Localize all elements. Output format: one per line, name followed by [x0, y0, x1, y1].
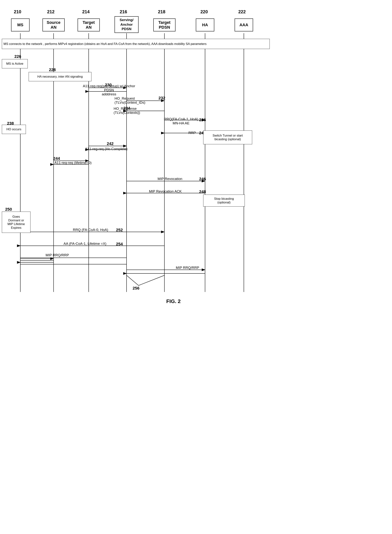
diagram: 210 212 214 216 218 220 222 MS Source AN… — [0, 0, 392, 534]
note-ho-occurs: HO occurs — [2, 125, 26, 134]
note-ha-necessary: HA necessary, inter AN signaling — [29, 72, 91, 81]
entity-number-ms: 210 — [14, 9, 21, 14]
step-226: 226 — [14, 54, 21, 59]
msg-rrq-fa-coa0: RRQ (FA-CoA-0, HoA) — [46, 228, 135, 232]
entity-number-target-an: 214 — [82, 9, 90, 14]
entity-number-target-pdsn: 218 — [158, 9, 165, 14]
entity-source-an: Source AN — [42, 19, 65, 31]
entity-number-aaa: 222 — [238, 9, 246, 14]
note-stop-bicasting: Stop bicasting (optional) — [203, 195, 245, 206]
entity-serving-pdsn: Serving/ Anchor PDSN — [115, 16, 139, 33]
figure-label: FIG. 2 — [166, 298, 181, 304]
note-goes-dormant: Goes Dormant or MIP Lifetime Expires — [2, 211, 30, 233]
msg-mip-rrqrrp-right: MIP RRQ/RRP — [155, 266, 220, 270]
note-ms-active: MS is Active — [2, 59, 28, 68]
entity-number-serving-pdsn: 216 — [120, 9, 127, 14]
msg-a11-reg-req-lifetime0: A11-reg-req (lifetime=0) — [44, 161, 102, 165]
svg-line-31 — [139, 275, 164, 286]
entity-number-source-an: 212 — [47, 9, 55, 14]
msg-rrq-fa-coa1: RRQ(FA-CoA-1, HoA)MN-HA AE — [155, 117, 207, 125]
step-228: 228 — [49, 67, 56, 72]
msg-mip-rrqrrp-left: MIP RRQ/RRP — [20, 253, 94, 257]
msg-ho-request: HO_Request(TLVs(Context_IDs) — [115, 96, 172, 105]
msg-ho-response: HO_Response(TLVs{Contexts}) — [114, 107, 169, 115]
note-switch-tunnel: Switch Tunnel or start bicasting (option… — [203, 131, 252, 144]
entity-target-an: Target AN — [78, 19, 100, 31]
entity-ms: MS — [11, 19, 30, 31]
entity-number-ha: 220 — [201, 9, 208, 14]
entity-aaa: AAA — [235, 19, 253, 31]
svg-line-30 — [126, 275, 139, 286]
msg-mip-revocation: MIP Revocation — [133, 177, 207, 181]
step-244: 244 — [53, 156, 60, 161]
entity-target-pdsn: Target PDSN — [153, 19, 176, 31]
msg-aa-fa-coa1: AA (FA-CoA-1, Lifetime =X) — [37, 242, 133, 246]
step-256: 256 — [133, 286, 140, 291]
step-242: 242 — [107, 141, 114, 146]
entity-ha: HA — [196, 19, 214, 31]
msg-a11-reg-req-ho-complete: A11-reg-req (Ho Complete) — [74, 147, 139, 151]
msg-a11-reg-req-presetup: A11-reg-req(pre-setup) w/ Anchor PDSNadd… — [79, 84, 139, 96]
step-250: 250 — [5, 207, 12, 212]
banner-text: MS connects to the network , performs MI… — [2, 39, 270, 49]
msg-mip-revocation-ack: MIP Revocation ACK — [126, 189, 205, 193]
